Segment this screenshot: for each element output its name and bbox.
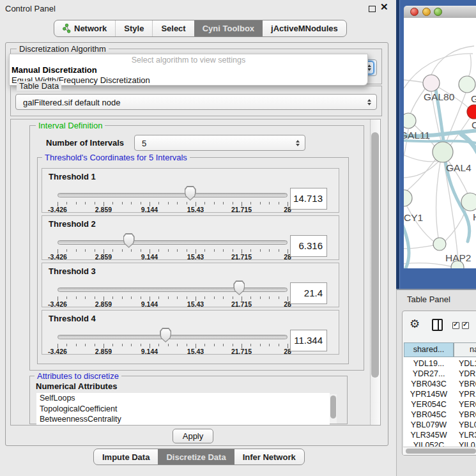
slider-tick	[76, 202, 77, 204]
network-node-gcy1[interactable]	[404, 190, 412, 206]
slider-tick	[168, 202, 169, 204]
threshold-value-field[interactable]: 11.344	[290, 330, 327, 351]
slider-scale-label: 21.715	[225, 206, 258, 213]
horizontal-scrollbar-thumb[interactable]	[406, 449, 476, 454]
slider-tick	[187, 202, 187, 204]
tab-impute-data[interactable]: Impute Data	[94, 449, 158, 464]
slider-thumb[interactable]	[233, 280, 245, 295]
slider-scale-label: 15.43	[179, 253, 212, 261]
network-canvas[interactable]: GAL80GCGAL11GAL4GCY1HHAP2	[404, 18, 476, 268]
dropdown-placeholder-option[interactable]: Select algorithm to view settings	[10, 56, 367, 65]
slider-tick	[250, 296, 251, 299]
network-node-gal80[interactable]	[423, 75, 440, 91]
column-header-shared-name[interactable]: shared...	[404, 342, 454, 357]
slider-tick	[269, 344, 270, 346]
table-row[interactable]: YPR145WYPR1	[404, 390, 476, 400]
tab-select[interactable]: Select	[152, 20, 194, 36]
table-row[interactable]: YIL052CYIL0	[404, 441, 476, 447]
checkbox-icon[interactable]	[462, 322, 469, 329]
network-node-g[interactable]	[459, 76, 475, 93]
column-header-name[interactable]: na	[454, 342, 476, 357]
float-window-icon[interactable]	[369, 6, 376, 12]
slider-tick	[131, 344, 132, 346]
threshold-panel-3: Threshold 3-3.4262.8599.14415.4321.71528…	[42, 263, 339, 307]
network-node-gal11[interactable]	[404, 113, 416, 128]
table-row[interactable]: YER054CYER0	[404, 400, 476, 410]
slider-tick	[177, 296, 178, 299]
attribute-list-item[interactable]: TopologicalCoefficient	[36, 404, 330, 415]
tab-style[interactable]: Style	[115, 20, 152, 36]
bottom-tabbar: Impute Data Discretize Data Infer Networ…	[93, 449, 305, 465]
node-label: HAP2	[445, 252, 472, 263]
numerical-attributes-list: SelfLoopsTopologicalCoefficientBetweenne…	[36, 393, 330, 425]
attribute-list-item[interactable]: BetweennessCentrality	[36, 414, 330, 425]
cell-shared-name: YBR045C	[404, 410, 454, 419]
table-data-combobox[interactable]: galFiltered.sif default node	[15, 94, 377, 110]
attributes-list-scrollbar-thumb[interactable]	[330, 395, 336, 418]
cell-name: YDL1	[459, 359, 476, 368]
slider-tick	[250, 344, 251, 346]
table-row[interactable]: YDR27...YDR2	[404, 369, 476, 380]
slider-track[interactable]	[58, 288, 288, 292]
slider-tick	[260, 202, 261, 204]
minimize-traffic-light-icon[interactable]	[422, 8, 431, 16]
close-icon[interactable]: ✕	[380, 1, 388, 13]
tab-infer-network[interactable]: Infer Network	[234, 449, 304, 464]
table-row[interactable]: YBR043CYBR0	[404, 380, 476, 390]
slider-tick	[223, 202, 224, 204]
slider-track[interactable]	[58, 335, 288, 339]
tab-cyni-toolbox[interactable]: Cyni Toolbox	[194, 20, 263, 36]
slider-tick	[223, 249, 224, 252]
slider-tick	[112, 202, 113, 204]
slider-track[interactable]	[58, 240, 288, 245]
slider-scale-label: -3.426	[41, 348, 74, 355]
tab-jactivemnodules[interactable]: jActiveMNodules	[263, 20, 346, 36]
slider-tick	[112, 296, 113, 299]
checkbox-icon[interactable]	[452, 322, 459, 329]
close-traffic-light-icon[interactable]	[410, 8, 418, 16]
slider-scale-label: -3.426	[41, 253, 74, 261]
slider-tick	[279, 202, 279, 204]
slider-thumb[interactable]	[160, 328, 171, 342]
table-row[interactable]: YLR345WYLR3	[404, 431, 476, 441]
threshold-value-field[interactable]: 21.4	[290, 282, 327, 304]
slider-tick	[233, 296, 233, 299]
cell-shared-name: YPR145W	[404, 390, 454, 399]
threshold-value-field[interactable]: 6.316	[290, 235, 327, 257]
slider-tick	[177, 202, 178, 204]
apply-button[interactable]: Apply	[173, 429, 213, 443]
tab-discretize-data[interactable]: Discretize Data	[158, 449, 234, 464]
cell-name: YLR3	[459, 431, 476, 440]
network-node-c[interactable]	[467, 105, 476, 119]
table-row[interactable]: YBL079WYBL0	[404, 420, 476, 431]
slider-tick	[158, 202, 159, 204]
network-node-h[interactable]	[461, 193, 476, 211]
slider-tick	[76, 344, 77, 346]
table-row[interactable]: YBR045CYBR0	[404, 410, 476, 420]
cell-shared-name: YIL052C	[404, 441, 454, 447]
slider-tick	[141, 296, 141, 299]
columns-icon[interactable]	[432, 319, 443, 331]
threshold-label: Threshold 2	[49, 219, 96, 229]
number-of-intervals-value: 5	[142, 138, 146, 148]
slider-thumb[interactable]	[123, 233, 135, 248]
vertical-scrollbar-thumb[interactable]	[371, 132, 379, 378]
tab-network[interactable]: Network	[54, 20, 115, 36]
network-node-hap2[interactable]	[433, 238, 446, 250]
slider-thumb[interactable]	[185, 186, 196, 201]
threshold-value-field[interactable]: 14.713	[290, 188, 327, 210]
network-node-gal4[interactable]	[433, 142, 453, 162]
panel-splitter[interactable]	[396, 0, 400, 291]
table-row[interactable]: YDL19...YDL1	[404, 359, 476, 369]
attributes-list-scrollbar[interactable]	[330, 394, 337, 424]
gear-icon[interactable]: ⚙	[410, 317, 420, 330]
numerical-attributes-label: Numerical Attributes	[36, 381, 117, 391]
slider-scale-label: 2.859	[87, 206, 120, 213]
slider-tick	[85, 202, 86, 204]
number-of-intervals-spinner[interactable]: 5	[134, 135, 305, 151]
table-body: YDL19...YDL1YDR27...YDR2YBR043CYBR0YPR14…	[404, 357, 476, 447]
zoom-traffic-light-icon[interactable]	[434, 8, 442, 16]
slider-track[interactable]	[58, 193, 288, 197]
dropdown-option-manual-discretization[interactable]: Manual Discretization	[12, 65, 97, 75]
attribute-list-item[interactable]: SelfLoops	[36, 393, 330, 404]
